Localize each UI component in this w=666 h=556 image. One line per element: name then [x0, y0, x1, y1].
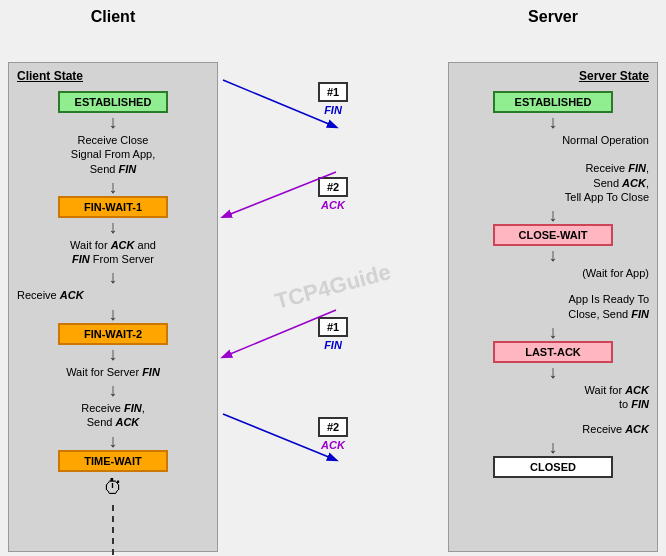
arrows-svg [218, 62, 448, 542]
server-action3: (Wait for App) [582, 266, 649, 280]
msg-ack2-num: #2 [318, 417, 348, 437]
server-close-wait: CLOSE-WAIT [493, 224, 613, 246]
msg-fin2-container: #1 FIN [318, 317, 348, 351]
arrow-5: ↓ [109, 305, 118, 323]
server-action2: Receive FIN,Send ACK,Tell App To Close [565, 161, 649, 204]
server-action6: Receive ACK [582, 422, 649, 436]
arrow-8: ↓ [109, 432, 118, 450]
timer-icon: ⏱ [103, 476, 123, 499]
server-established: ESTABLISHED [493, 91, 613, 113]
msg-ack1-num: #2 [318, 177, 348, 197]
server-arrow-2: ↓ [549, 206, 558, 224]
client-action2: Wait for ACK andFIN From Server [70, 238, 156, 267]
server-action1: Normal Operation [562, 133, 649, 147]
main-container: Client Server Client State ESTABLISHED ↓… [0, 0, 666, 556]
dashed-line [112, 505, 114, 555]
msg-fin1-container: #1 FIN [318, 82, 348, 116]
msg-fin2-num: #1 [318, 317, 348, 337]
client-action4: Wait for Server FIN [66, 365, 160, 379]
server-closed: CLOSED [493, 456, 613, 478]
client-action3: Receive ACK [17, 288, 84, 302]
arrow-3: ↓ [109, 218, 118, 236]
client-fin-wait-1: FIN-WAIT-1 [58, 196, 168, 218]
client-state-label: Client State [17, 69, 209, 83]
msg-fin1-num: #1 [318, 82, 348, 102]
server-arrow-3: ↓ [549, 246, 558, 264]
arrow-4: ↓ [109, 268, 118, 286]
arrow-7: ↓ [109, 381, 118, 399]
server-title: Server [528, 8, 578, 25]
msg-ack1-container: #2 ACK [318, 177, 348, 211]
server-arrow-1: ↓ [549, 113, 558, 131]
client-established: ESTABLISHED [58, 91, 168, 113]
client-fin-wait-2: FIN-WAIT-2 [58, 323, 168, 345]
middle-area: #1 FIN #2 ACK #1 FIN #2 ACK [218, 62, 448, 542]
server-action5: Wait for ACKto FIN [585, 383, 649, 412]
server-last-ack: LAST-ACK [493, 341, 613, 363]
server-action4: App Is Ready ToClose, Send FIN [568, 292, 649, 321]
server-state-label: Server State [579, 69, 649, 83]
server-arrow-6: ↓ [549, 438, 558, 456]
msg-fin2-text: FIN [324, 339, 342, 351]
server-arrow-5: ↓ [549, 363, 558, 381]
diagram-area: Client State ESTABLISHED ↓ Receive Close… [8, 32, 658, 542]
server-arrow-4: ↓ [549, 323, 558, 341]
arrow-2: ↓ [109, 178, 118, 196]
arrow-6: ↓ [109, 345, 118, 363]
client-panel: Client State ESTABLISHED ↓ Receive Close… [8, 62, 218, 552]
client-title: Client [91, 8, 135, 25]
arrow-1: ↓ [109, 113, 118, 131]
server-panel: Server State ESTABLISHED ↓ Normal Operat… [448, 62, 658, 552]
msg-ack1-text: ACK [321, 199, 345, 211]
msg-ack2-text: ACK [321, 439, 345, 451]
client-action1: Receive CloseSignal From App,Send FIN [71, 133, 155, 176]
client-time-wait: TIME-WAIT [58, 450, 168, 472]
title-row: Client Server [8, 8, 658, 26]
msg-ack2-container: #2 ACK [318, 417, 348, 451]
client-action5: Receive FIN,Send ACK [81, 401, 145, 430]
msg-fin1-text: FIN [324, 104, 342, 116]
